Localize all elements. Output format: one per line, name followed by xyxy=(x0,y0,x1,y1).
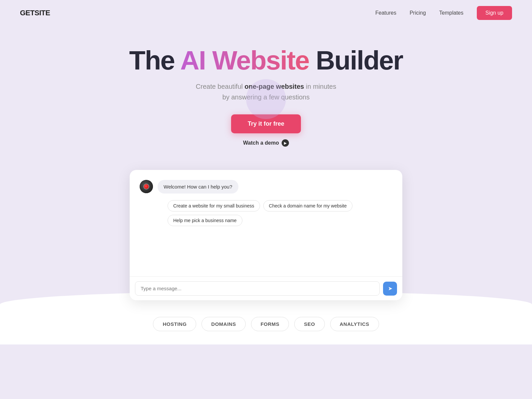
watch-demo-label: Watch a demo xyxy=(243,140,279,146)
play-icon: ▶ xyxy=(282,139,289,147)
hal-eye-icon xyxy=(143,184,149,190)
hero-actions: Try it for free Watch a demo ▶ xyxy=(7,114,525,147)
chat-input-row: ➤ xyxy=(130,276,402,300)
send-button[interactable]: ➤ xyxy=(383,282,397,296)
welcome-text: Welcome! How can I help you? xyxy=(164,184,232,190)
suggestion-chip-0[interactable]: Create a website for my small business xyxy=(168,200,260,211)
hero-title: The AI Website Builder xyxy=(7,46,525,75)
hero-title-the: The xyxy=(129,46,175,75)
brand-logo[interactable]: GETSITE xyxy=(20,9,50,17)
navbar: GETSITE Features Pricing Templates Sign … xyxy=(0,0,532,26)
logo-site: SITE xyxy=(35,9,50,17)
signup-button[interactable]: Sign up xyxy=(477,6,512,20)
hero-title-builder: Builder xyxy=(316,46,403,75)
features-bar: HOSTING DOMAINS FORMS SEO ANALYTICS xyxy=(0,300,532,344)
nav-link-templates[interactable]: Templates xyxy=(439,10,464,16)
chat-message-row: Welcome! How can I help you? xyxy=(140,180,392,194)
feature-chip-domains[interactable]: DOMAINS xyxy=(201,317,245,331)
suggestion-chip-1[interactable]: Check a domain name for my website xyxy=(263,200,352,211)
nav-link-features[interactable]: Features xyxy=(375,10,396,16)
chat-messages-area: Welcome! How can I help you? Create a we… xyxy=(130,170,402,276)
feature-chip-forms[interactable]: FORMS xyxy=(251,317,289,331)
feature-chip-analytics[interactable]: ANALYTICS xyxy=(330,317,379,331)
watch-demo-link[interactable]: Watch a demo ▶ xyxy=(243,139,289,147)
send-icon: ➤ xyxy=(388,285,392,292)
suggestion-chips: Create a website for my small business C… xyxy=(140,200,392,233)
logo-get: GET xyxy=(20,9,35,17)
avatar xyxy=(140,180,153,193)
nav-links: Features Pricing Templates Sign up xyxy=(375,6,512,20)
bg-circle-decoration xyxy=(246,79,286,119)
chat-widget: Welcome! How can I help you? Create a we… xyxy=(130,170,402,300)
ai-avatar-inner xyxy=(140,180,153,193)
subtitle-before: Create beautiful xyxy=(196,83,245,90)
nav-link-pricing[interactable]: Pricing xyxy=(410,10,426,16)
feature-chip-hosting[interactable]: HOSTING xyxy=(153,317,196,331)
welcome-bubble: Welcome! How can I help you? xyxy=(158,180,238,194)
suggestion-chip-2[interactable]: Help me pick a business name xyxy=(168,215,242,226)
feature-chip-seo[interactable]: SEO xyxy=(294,317,325,331)
hero-section: The AI Website Builder Create beautiful … xyxy=(0,26,532,157)
subtitle-after: in minutes xyxy=(304,83,336,90)
chat-input[interactable] xyxy=(135,281,380,296)
hero-title-ai: AI Website xyxy=(180,46,309,75)
